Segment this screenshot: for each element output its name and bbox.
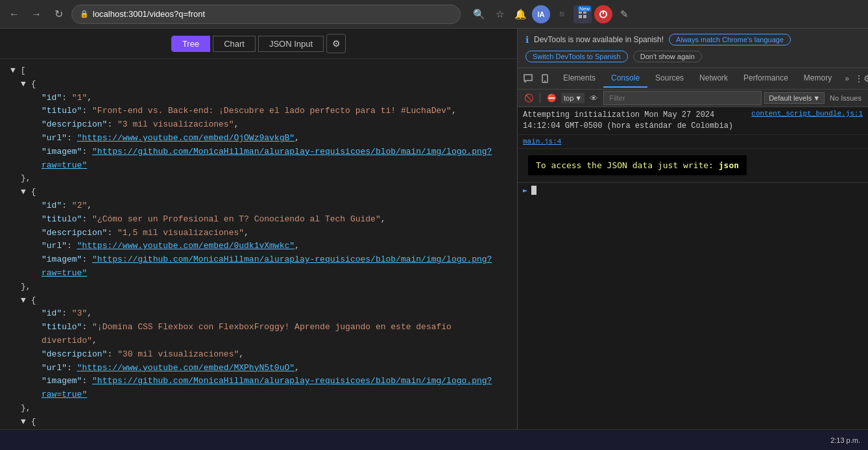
json-field-descripcion-3: "descripcion": "30 mil visualizaciones", (21, 348, 507, 362)
collapse-item-3[interactable]: ▼ (21, 417, 26, 427)
taskbar-time: 2:13 p.m. (830, 436, 865, 444)
json-content: ▼ [ ▼ { "id": "1", "titulo": "Front-end … (0, 59, 517, 429)
console-input-row: ► (518, 182, 868, 197)
json-item-0: ▼ { "id": "1", "titulo": "Front-end vs. … (10, 78, 507, 186)
taskbar: 2:13 p.m. (0, 429, 868, 450)
browser-actions: 🔍 ☆ 🔔 IA ◾ New ✎ (470, 5, 633, 23)
inspect-icon[interactable] (520, 68, 536, 89)
tab-tree[interactable]: Tree (171, 36, 210, 52)
tab-sources[interactable]: Sources (647, 69, 692, 88)
address-bar[interactable]: 🔒 localhost:3001/videos?q=front (71, 5, 461, 24)
json-hint-box: To access the JSON data just write: json (528, 155, 747, 175)
console-message-main: main.js:4 (518, 135, 868, 149)
back-button[interactable]: ← (5, 5, 23, 23)
devtools-pencil-icon[interactable]: ✎ (615, 5, 633, 23)
json-url-link-3[interactable]: "https://www.youtube.com/embed/MXPhyN5t0… (77, 363, 295, 373)
json-toolbar: Tree Chart JSON Input ⚙ (0, 29, 517, 59)
json-settings-button[interactable]: ⚙ (326, 34, 346, 53)
json-imagem-link-3[interactable]: "https://github.com/MonicaHillman/alurap… (42, 376, 492, 399)
json-url-link-1[interactable]: "https://www.youtube.com/embed/OjOWz9avk… (77, 133, 295, 143)
json-field-id-2: "id": "2", (21, 199, 507, 213)
svg-rect-2 (579, 15, 582, 18)
main-js-link[interactable]: main.js:4 (523, 138, 561, 145)
init-message-text: Attempting initialization Mon May 27 202… (523, 110, 746, 132)
svg-rect-6 (524, 75, 532, 81)
lock-icon: 🔒 (80, 10, 89, 18)
console-toolbar: 🚫 ⛔ top ▼ 👁 Default levels ▼ No Issues (518, 90, 868, 107)
console-filter-input[interactable] (603, 91, 762, 105)
reload-button[interactable]: ↻ (49, 5, 67, 23)
json-field-imagem-1: "imagem": "https://github.com/MonicaHill… (21, 145, 507, 173)
eye-icon[interactable]: 👁 (587, 92, 601, 105)
tab-chart[interactable]: Chart (213, 36, 256, 52)
init-message-link[interactable]: content_script_bundle.js:1 (751, 110, 863, 118)
notification-text: DevTools is now available in Spanish! (534, 35, 664, 44)
devtools-panel: ℹ DevTools is now available in Spanish! … (517, 29, 868, 429)
json-field-id-3: "id": "3", (21, 307, 507, 321)
collapse-root[interactable]: ▼ (10, 66, 16, 75)
collapse-item-1[interactable]: ▼ (21, 187, 26, 197)
console-cursor (531, 186, 536, 195)
extension-red-button[interactable] (594, 5, 612, 23)
tab-performance[interactable]: Performance (736, 69, 796, 88)
json-field-titulo-3: "titulo": "¡Domina CSS Flexbox con Flexb… (21, 321, 507, 348)
new-badge: New (578, 6, 591, 12)
json-imagem-link-1[interactable]: "https://github.com/MonicaHillman/alurap… (42, 147, 492, 170)
console-message-json-hint: To access the JSON data just write: json (518, 149, 868, 182)
default-levels-select[interactable]: Default levels ▼ (764, 92, 825, 104)
json-field-titulo-2: "titulo": "¿Cómo ser un Profesional en T… (21, 213, 507, 227)
search-icon[interactable]: 🔍 (470, 5, 488, 23)
json-item-3: ▼ { "id": "4", "titulo": "¿Qué significa… (10, 416, 507, 429)
tab-elements[interactable]: Elements (555, 69, 603, 88)
collapse-item-2[interactable]: ▼ (21, 295, 26, 305)
bell-icon[interactable]: 🔔 (511, 5, 529, 23)
main-area: Tree Chart JSON Input ⚙ ▼ [ ▼ { "id": "1… (0, 29, 868, 429)
toolbar-divider-1 (540, 93, 540, 103)
json-item-1: ▼ { "id": "2", "titulo": "¿Cómo ser un P… (10, 186, 507, 294)
json-field-imagem-3: "imagem": "https://github.com/MonicaHill… (21, 375, 507, 402)
top-dropdown-arrow: ▼ (575, 94, 582, 102)
bookmark-icon[interactable]: ☆ (490, 5, 509, 23)
json-url-link-2[interactable]: "https://www.youtube.com/embed/0udk1vXmw… (77, 241, 295, 251)
json-root-open: ▼ [ (10, 64, 507, 78)
switch-devtools-button[interactable]: Switch DevTools to Spanish (525, 51, 628, 62)
browser-chrome: ← → ↻ 🔒 localhost:3001/videos?q=front 🔍 … (0, 0, 868, 29)
top-select[interactable]: top ▼ (561, 93, 585, 103)
json-field-id-1: "id": "1", (21, 92, 507, 105)
tab-console[interactable]: Console (603, 69, 647, 88)
info-icon: ℹ (525, 34, 529, 45)
json-imagem-link-2[interactable]: "https://github.com/MonicaHillman/alurap… (42, 255, 492, 278)
json-keyword: json (719, 160, 739, 170)
forward-button[interactable]: → (27, 5, 45, 23)
tab-memory[interactable]: Memory (796, 69, 839, 88)
no-issues-button[interactable]: No Issues (827, 93, 864, 103)
collapse-item-0[interactable]: ▼ (21, 79, 26, 89)
json-field-imagem-2: "imagem": "https://github.com/MonicaHill… (21, 253, 507, 281)
svg-rect-3 (583, 15, 586, 18)
tab-json-input[interactable]: JSON Input (258, 36, 324, 52)
levels-dropdown-arrow: ▼ (813, 94, 820, 102)
new-extension-button[interactable]: New (573, 5, 592, 23)
json-field-url-3: "url": "https://www.youtube.com/embed/MX… (21, 362, 507, 375)
match-language-button[interactable]: Always match Chrome's language (669, 34, 791, 45)
url-text: localhost:3001/videos?q=front (93, 9, 205, 19)
devtools-notification: ℹ DevTools is now available in Spanish! … (518, 29, 868, 68)
devtools-settings-button[interactable]: ⋮ (854, 69, 863, 88)
console-message-init: Attempting initialization Mon May 27 202… (518, 107, 868, 135)
devtools-tabs: Elements Console Sources Network Perform… (518, 68, 868, 90)
json-field-descripcion-2: "descripcion": "1,5 mil visualizaciones"… (21, 227, 507, 240)
mobile-icon[interactable] (537, 68, 553, 89)
json-item-2: ▼ { "id": "3", "titulo": "¡Domina CSS Fl… (10, 294, 507, 416)
devtools-gear-button[interactable]: ⚙ (863, 69, 868, 88)
profile-circle[interactable]: IA (532, 5, 550, 23)
tab-network[interactable]: Network (692, 69, 736, 88)
json-field-descripcion-1: "descripcion": "3 mil visualizaciones", (21, 118, 507, 132)
console-error-button[interactable]: ⛔ (544, 91, 559, 105)
json-field-url-1: "url": "https://www.youtube.com/embed/Oj… (21, 132, 507, 145)
extensions-icon[interactable]: ◾ (553, 5, 571, 23)
console-prompt: ► (523, 186, 527, 195)
more-tabs-button[interactable]: » (839, 70, 854, 87)
dont-show-button[interactable]: Don't show again (633, 51, 702, 62)
json-field-url-2: "url": "https://www.youtube.com/embed/0u… (21, 240, 507, 253)
clear-console-button[interactable]: 🚫 (522, 91, 536, 105)
